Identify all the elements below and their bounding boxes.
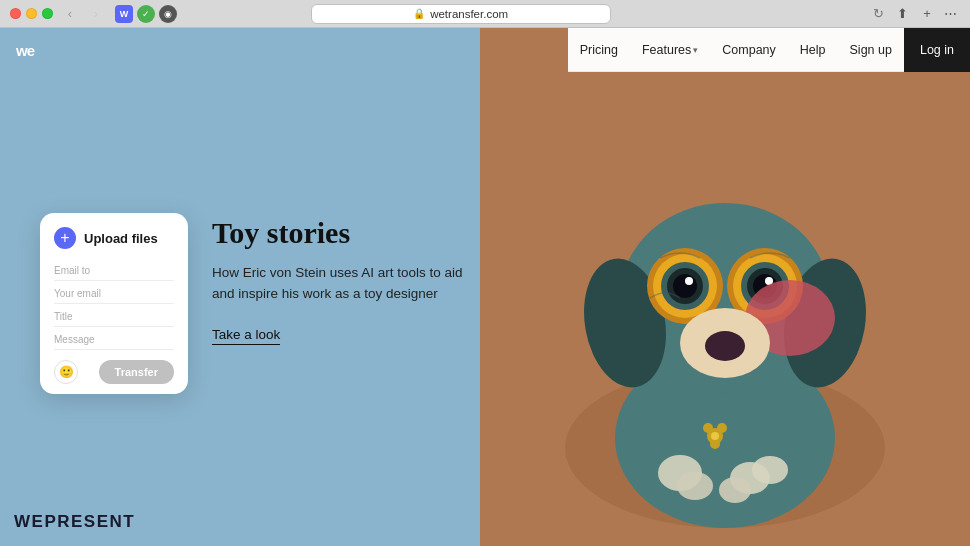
your-email-label: Your email [54, 288, 174, 299]
extension-icon-1[interactable]: W [115, 5, 133, 23]
nav-forward-button[interactable]: › [87, 5, 105, 23]
nav-back-button[interactable]: ‹ [61, 5, 79, 23]
add-tab-button[interactable]: + [918, 5, 936, 23]
share-button[interactable]: ⬆ [894, 5, 912, 23]
address-bar[interactable]: 🔒 wetransfer.com [311, 4, 611, 24]
email-to-label: Email to [54, 265, 174, 276]
upload-widget: + Upload files Email to Your email Title… [40, 213, 188, 394]
svg-point-25 [711, 432, 719, 440]
traffic-light-green[interactable] [42, 8, 53, 19]
browser-chrome: ‹ › W ✓ ◉ 🔒 wetransfer.com ↻ ⬆ + ⋯ [0, 0, 970, 28]
svg-point-24 [710, 439, 720, 449]
take-look-link[interactable]: Take a look [212, 327, 280, 345]
story-title: Toy stories [212, 216, 467, 249]
toy-dog-image [480, 28, 970, 546]
reload-button[interactable]: ↻ [870, 5, 888, 23]
svg-point-30 [752, 456, 788, 484]
features-chevron: ▾ [693, 45, 698, 55]
transfer-bar: 🙂 Transfer [54, 360, 174, 384]
plus-icon-circle: + [54, 227, 76, 249]
upload-button[interactable]: + Upload files [54, 227, 174, 249]
svg-point-22 [703, 423, 713, 433]
svg-point-11 [685, 277, 693, 285]
lock-icon: 🔒 [413, 8, 425, 19]
message-field[interactable]: Message [54, 330, 174, 350]
wepresent-logo: WEPRESENT [14, 512, 135, 532]
svg-point-20 [705, 331, 745, 361]
svg-point-23 [717, 423, 727, 433]
extension-icon-2[interactable]: ✓ [137, 5, 155, 23]
wetransfer-logo: we [16, 42, 34, 60]
traffic-light-red[interactable] [10, 8, 21, 19]
page: we + Upload files Email to Your email Ti… [0, 28, 970, 546]
transfer-button[interactable]: Transfer [99, 360, 174, 384]
title-field[interactable]: Title [54, 307, 174, 327]
title-label: Title [54, 311, 174, 322]
traffic-lights [10, 8, 53, 19]
message-label: Message [54, 334, 174, 345]
nav-item-company[interactable]: Company [710, 28, 788, 72]
url-text: wetransfer.com [430, 8, 508, 20]
nav-item-help[interactable]: Help [788, 28, 838, 72]
email-to-field[interactable]: Email to [54, 261, 174, 281]
svg-point-10 [673, 274, 697, 298]
story-content: Toy stories How Eric von Stein uses AI a… [212, 216, 467, 345]
svg-point-29 [719, 477, 751, 503]
extension-icon-3[interactable]: ◉ [159, 5, 177, 23]
nav-item-pricing[interactable]: Pricing [568, 28, 630, 72]
left-panel: we + Upload files Email to Your email Ti… [0, 28, 480, 546]
your-email-field[interactable]: Your email [54, 284, 174, 304]
nav-item-features[interactable]: Features ▾ [630, 28, 710, 72]
emoji-button[interactable]: 🙂 [54, 360, 78, 384]
story-description: How Eric von Stein uses AI art tools to … [212, 263, 467, 305]
right-panel [480, 28, 970, 546]
more-button[interactable]: ⋯ [942, 5, 960, 23]
traffic-light-yellow[interactable] [26, 8, 37, 19]
nav-item-login[interactable]: Log in [904, 28, 970, 72]
navbar: Pricing Features ▾ Company Help Sign up … [568, 28, 970, 72]
upload-label: Upload files [84, 231, 158, 246]
svg-point-27 [677, 472, 713, 500]
nav-item-signup[interactable]: Sign up [838, 28, 904, 72]
